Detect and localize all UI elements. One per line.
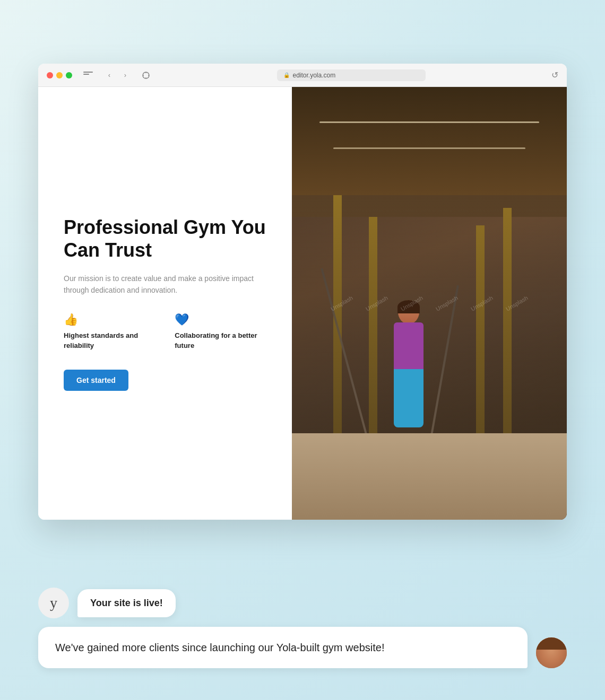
avatar-hair: [536, 637, 567, 650]
maximize-button[interactable]: [66, 72, 72, 78]
hero-description: Our mission is to create value and make …: [64, 273, 266, 296]
reload-button[interactable]: ↺: [551, 70, 558, 80]
traffic-lights: [47, 72, 72, 78]
notification-bubble: Your site is live!: [77, 589, 176, 617]
get-started-button[interactable]: Get started: [64, 370, 128, 391]
back-button[interactable]: ‹: [102, 68, 117, 83]
features-row: 👍 Highest standards and reliability 💙 Co…: [64, 313, 266, 350]
thumbsup-icon: 👍: [64, 313, 158, 327]
testimonial-bubble: We've gained more clients since launchin…: [38, 627, 528, 668]
testimonial-row: We've gained more clients since launchin…: [38, 627, 567, 668]
close-button[interactable]: [47, 72, 53, 78]
browser-window: ‹ › 🔒 editor.yola.com ↺ Professional Gym…: [38, 64, 567, 520]
sidebar-toggle-button[interactable]: [81, 68, 96, 83]
heart-icon: 💙: [175, 313, 266, 327]
nav-arrows: ‹ ›: [102, 68, 133, 83]
user-avatar: [536, 637, 567, 668]
address-bar-container: 🔒 editor.yola.com: [157, 69, 545, 81]
website-left-panel: Professional Gym You Can Trust Our missi…: [38, 87, 292, 520]
url-text: editor.yola.com: [293, 72, 336, 79]
minimize-button[interactable]: [56, 72, 63, 78]
watermark: Unsplash Unsplash Unsplash Unsplash Unsp…: [292, 87, 567, 520]
brightness-icon: [141, 71, 151, 80]
watermark-text-6: Unsplash: [495, 283, 539, 324]
feature-label-2: Collaborating for a better future: [175, 331, 266, 350]
website-content: Professional Gym You Can Trust Our missi…: [38, 87, 567, 520]
gym-image: Unsplash Unsplash Unsplash Unsplash Unsp…: [292, 87, 567, 520]
browser-chrome: ‹ › 🔒 editor.yola.com ↺: [38, 64, 567, 87]
hero-title: Professional Gym You Can Trust: [64, 216, 266, 261]
avatar-face: [536, 637, 567, 668]
address-bar[interactable]: 🔒 editor.yola.com: [277, 69, 426, 81]
website-right-panel: Unsplash Unsplash Unsplash Unsplash Unsp…: [292, 87, 567, 520]
feature-item-1: 👍 Highest standards and reliability: [64, 313, 158, 350]
feature-label-1: Highest standards and reliability: [64, 331, 158, 350]
lock-icon: 🔒: [283, 72, 290, 78]
forward-button[interactable]: ›: [118, 68, 133, 83]
chat-area: y Your site is live! We've gained more c…: [38, 588, 567, 668]
notification-row: y Your site is live!: [38, 588, 567, 618]
feature-item-2: 💙 Collaborating for a better future: [175, 313, 266, 350]
yola-logo: y: [38, 588, 69, 618]
